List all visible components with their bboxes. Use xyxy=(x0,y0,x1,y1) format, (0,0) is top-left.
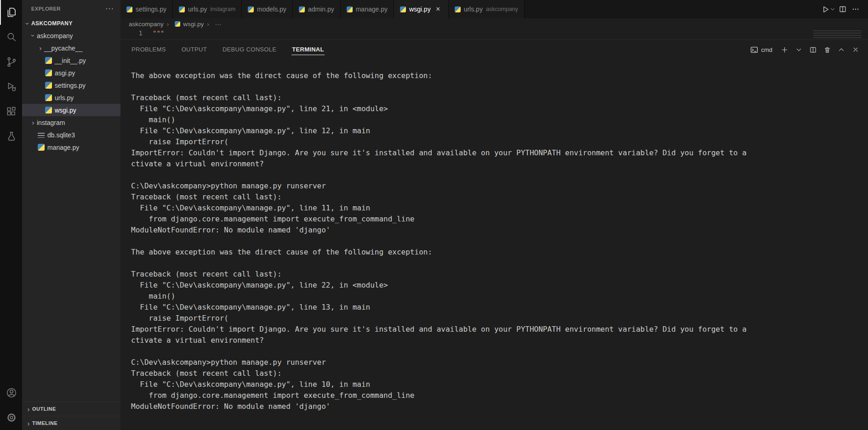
editor-tab[interactable]: wsgi.py xyxy=(394,0,449,18)
run-dropdown-icon[interactable] xyxy=(829,3,836,15)
settings-gear-icon[interactable] xyxy=(0,405,22,430)
editor-tab[interactable]: urls.py askcompany xyxy=(449,0,525,18)
tree-item[interactable]: instagram xyxy=(22,116,120,129)
terminal-line: File "C:\Dev\askcompany\manage.py", line… xyxy=(131,125,863,136)
activity-bar xyxy=(0,0,22,430)
panel-actions: cmd xyxy=(750,45,861,55)
terminal-line: The above exception was the direct cause… xyxy=(131,247,863,258)
terminal-line xyxy=(131,170,863,181)
python-file-icon xyxy=(179,6,185,12)
terminal-line xyxy=(131,236,863,247)
tree-item[interactable]: __pycache__ xyxy=(22,42,120,54)
tree-item-label: wsgi.py xyxy=(55,107,76,114)
tree-item[interactable]: urls.py xyxy=(22,91,120,104)
sidebar-collapsed-section[interactable]: TIMELINE xyxy=(22,416,120,430)
python-file-icon xyxy=(175,21,180,27)
tree-item[interactable]: wsgi.py xyxy=(22,104,120,116)
editor-tabs: settings.py urls.py instagram models. xyxy=(120,0,525,18)
panel-tabs: PROBLEMS OUTPUT DEBUG CONSOLE TERMINAL xyxy=(131,44,325,55)
tree-item[interactable]: asgi.py xyxy=(22,67,120,79)
search-icon[interactable] xyxy=(0,25,22,50)
terminal-line: File "C:\Dev\askcompany\manage.py", line… xyxy=(131,280,863,291)
close-panel-icon[interactable] xyxy=(851,45,861,55)
new-terminal-icon[interactable] xyxy=(779,45,789,55)
file-type-icon xyxy=(45,69,52,76)
terminal-line: from django.core.management import execu… xyxy=(131,214,863,225)
tree-item[interactable]: settings.py xyxy=(22,79,120,91)
tree-item[interactable]: manage.py xyxy=(22,141,120,153)
maximize-panel-icon[interactable] xyxy=(836,45,846,55)
sidebar-footer: OUTLINE TIMELINE xyxy=(22,402,120,430)
chevron-down-icon xyxy=(24,20,31,27)
panel-tab[interactable]: TERMINAL xyxy=(291,44,325,55)
tab-label: urls.py xyxy=(464,6,483,13)
editor-tab[interactable]: admin.py xyxy=(293,0,341,18)
terminal-line: Traceback (most recent call last): xyxy=(131,192,863,203)
editor-tabbar: settings.py urls.py instagram models. xyxy=(120,0,868,18)
breadcrumb: askcompany wsgi.py ··· xyxy=(120,18,868,29)
account-icon[interactable] xyxy=(0,380,22,405)
file-tree: askcompany __pycache__ __init__.py xyxy=(22,29,120,153)
shell-label: cmd xyxy=(761,46,772,53)
python-file-icon xyxy=(347,6,353,12)
extensions-icon[interactable] xyxy=(0,99,22,124)
code-editor[interactable]: 1 """ xyxy=(120,29,868,40)
python-file-icon xyxy=(400,6,406,12)
project-root-row[interactable]: ASKCOMPANY xyxy=(22,17,120,29)
breadcrumb-item[interactable]: askcompany xyxy=(129,21,164,28)
editor-tab[interactable]: settings.py xyxy=(120,0,173,18)
project-root-label: ASKCOMPANY xyxy=(31,20,73,27)
panel-header: PROBLEMS OUTPUT DEBUG CONSOLE TERMINAL c… xyxy=(120,40,868,59)
tab-label: wsgi.py xyxy=(409,6,431,13)
sidebar-collapsed-section[interactable]: OUTLINE xyxy=(22,402,120,416)
terminal-dropdown-icon[interactable] xyxy=(794,45,804,55)
terminal-line: from django.core.management import execu… xyxy=(131,390,863,401)
terminal-line: File "C:\Dev\askcompany\manage.py", line… xyxy=(131,379,863,390)
breadcrumb-item[interactable]: wsgi.py xyxy=(164,21,204,28)
tree-item[interactable]: askcompany xyxy=(22,29,120,42)
line-number: 1 xyxy=(120,29,143,37)
terminal-line: raise ImportError( xyxy=(131,313,863,324)
split-terminal-icon[interactable] xyxy=(808,45,818,55)
tree-item[interactable]: db.sqlite3 xyxy=(22,129,120,141)
tree-item-label: settings.py xyxy=(55,82,86,89)
editor-tab[interactable]: models.py xyxy=(242,0,293,18)
shell-picker[interactable]: cmd xyxy=(750,46,772,54)
chevron-right-icon xyxy=(25,406,32,413)
file-type-icon xyxy=(45,94,52,101)
terminal-line: C:\Dev\askcompany>python manage.py runse… xyxy=(131,357,863,368)
tree-item-label: urls.py xyxy=(55,94,74,102)
minimap[interactable] xyxy=(813,30,862,39)
tab-label: admin.py xyxy=(308,6,334,13)
editor-tab[interactable]: urls.py instagram xyxy=(173,0,242,18)
terminal-line: ctivate a virtual environment? xyxy=(131,335,863,346)
panel-tab[interactable]: PROBLEMS xyxy=(131,44,166,55)
file-type-icon xyxy=(38,144,45,151)
bottom-panel: PROBLEMS OUTPUT DEBUG CONSOLE TERMINAL c… xyxy=(120,40,868,430)
tree-item-label: instagram xyxy=(37,119,65,126)
more-actions-icon[interactable]: ··· xyxy=(105,6,114,11)
terminal-line: ctivate a virtual environment? xyxy=(131,158,863,170)
panel-tab[interactable]: DEBUG CONSOLE xyxy=(222,44,277,55)
split-editor-icon[interactable] xyxy=(837,3,849,15)
explorer-icon[interactable] xyxy=(0,0,22,25)
tree-item[interactable]: __init__.py xyxy=(22,54,120,67)
terminal-output[interactable]: The above exception was the direct cause… xyxy=(120,59,868,430)
testing-icon[interactable] xyxy=(0,124,22,149)
terminal-line: ModuleNotFoundError: No module named 'dj… xyxy=(131,401,863,412)
editor-tab[interactable]: manage.py xyxy=(341,0,394,18)
run-debug-icon[interactable] xyxy=(0,74,22,99)
file-type-icon xyxy=(45,57,52,64)
terminal-line: File "C:\Dev\askcompany\manage.py", line… xyxy=(131,203,863,214)
close-tab-icon[interactable] xyxy=(434,5,442,13)
terminal-line: File "C:\Dev\askcompany\manage.py", line… xyxy=(131,302,863,313)
tree-chevron-icon xyxy=(29,119,37,126)
python-file-icon xyxy=(248,6,254,12)
code-line: """ xyxy=(153,29,164,37)
editor-more-actions-icon[interactable] xyxy=(850,3,862,15)
source-control-icon[interactable] xyxy=(0,50,22,74)
breadcrumb-item[interactable]: ··· xyxy=(204,21,221,28)
tree-item-label: asgi.py xyxy=(55,69,75,77)
kill-terminal-icon[interactable] xyxy=(822,45,832,55)
panel-tab[interactable]: OUTPUT xyxy=(181,44,207,55)
